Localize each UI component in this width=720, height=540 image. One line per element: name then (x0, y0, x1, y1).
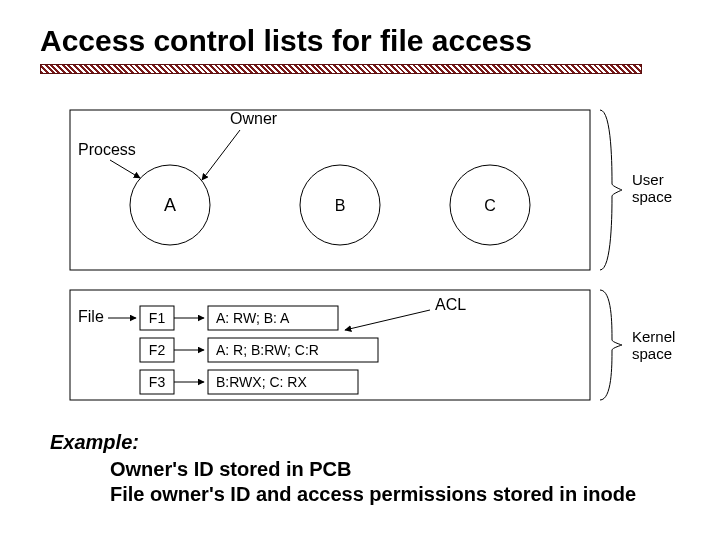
example-heading: Example: (50, 430, 700, 455)
acl-text-f3: B:RWX; C: RX (216, 374, 307, 390)
acl-text-f1: A: RW; B: A (216, 310, 290, 326)
kernel-space-brace (600, 290, 622, 400)
process-label-c: C (484, 197, 496, 214)
owner-arrow (202, 130, 240, 180)
file-name-f2: F2 (149, 342, 166, 358)
title-underline (40, 64, 642, 74)
acl-text-f2: A: R; B:RW; C:R (216, 342, 319, 358)
acl-arrow (345, 310, 430, 330)
example-line-1: Owner's ID stored in PCB (110, 457, 700, 482)
example-line-2: File owner's ID and access permissions s… (110, 482, 700, 507)
file-label: File (78, 308, 104, 325)
user-space-brace (600, 110, 622, 270)
user-space-label-2: space (632, 188, 672, 205)
user-space-label-1: User (632, 171, 664, 188)
owner-label: Owner (230, 110, 278, 127)
kernel-space-label-2: space (632, 345, 672, 362)
process-label: Process (78, 141, 136, 158)
kernel-space-label-1: Kernel (632, 328, 675, 345)
process-label-b: B (335, 197, 346, 214)
page-title: Access control lists for file access (40, 24, 532, 58)
acl-label: ACL (435, 296, 466, 313)
user-space-box (70, 110, 590, 270)
acl-diagram: A B C Process Owner File F1 A: RW; B: A … (40, 100, 680, 410)
example-block: Example: Owner's ID stored in PCB File o… (50, 430, 700, 507)
process-label-a: A (164, 195, 176, 215)
process-arrow (110, 160, 140, 178)
file-name-f1: F1 (149, 310, 166, 326)
file-name-f3: F3 (149, 374, 166, 390)
